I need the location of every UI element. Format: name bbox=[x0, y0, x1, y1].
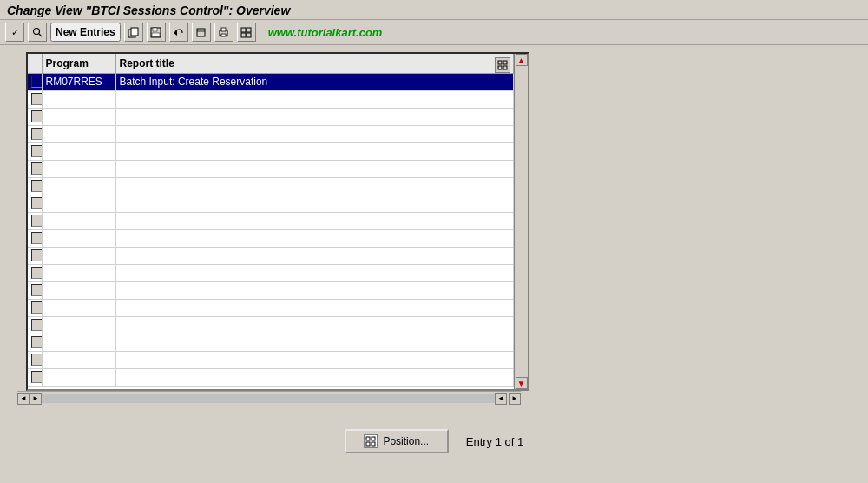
program-cell bbox=[42, 90, 115, 108]
report-title-cell[interactable]: Batch Input: Create Reservation bbox=[115, 73, 514, 90]
hscroll-right-btn[interactable]: ► bbox=[30, 393, 42, 405]
data-table: Program Report title RM07RRES Batch Inpu… bbox=[28, 54, 514, 387]
report-title-cell bbox=[115, 177, 514, 195]
report-title-cell bbox=[115, 160, 514, 177]
svg-rect-16 bbox=[247, 33, 251, 37]
svg-rect-6 bbox=[152, 33, 160, 36]
svg-rect-18 bbox=[503, 61, 507, 64]
hscroll-right2-btn[interactable]: ► bbox=[509, 393, 521, 405]
report-title-cell bbox=[115, 368, 514, 386]
report-title-cell bbox=[115, 351, 514, 368]
horizontal-scrollbar[interactable]: ◄ ► ◄ ► bbox=[17, 391, 521, 405]
svg-rect-15 bbox=[241, 33, 246, 37]
svg-point-0 bbox=[34, 29, 40, 35]
table-row bbox=[28, 351, 514, 368]
table-config-btn[interactable] bbox=[495, 57, 510, 73]
program-cell bbox=[42, 195, 115, 212]
svg-rect-11 bbox=[221, 28, 226, 31]
table-row bbox=[28, 281, 514, 299]
col-header-selector bbox=[28, 54, 42, 73]
table-row bbox=[28, 264, 514, 281]
hscroll-left-btn[interactable]: ◄ bbox=[17, 393, 30, 405]
program-cell bbox=[42, 281, 115, 299]
table-row bbox=[28, 142, 514, 160]
col-header-program: Program bbox=[42, 54, 115, 73]
toolbar-save-btn[interactable] bbox=[147, 23, 166, 42]
svg-rect-21 bbox=[366, 437, 370, 440]
report-title-cell bbox=[115, 229, 514, 247]
program-cell bbox=[42, 125, 115, 142]
entry-info-text: Entry 1 of 1 bbox=[466, 435, 523, 448]
table-row bbox=[28, 316, 514, 334]
report-title-cell bbox=[115, 212, 514, 229]
toolbar-undo-btn[interactable] bbox=[169, 23, 188, 42]
program-cell bbox=[42, 351, 115, 368]
svg-rect-3 bbox=[131, 28, 138, 36]
report-title-cell bbox=[115, 90, 514, 108]
table-row bbox=[28, 195, 514, 212]
scroll-up-btn[interactable]: ▲ bbox=[516, 54, 528, 66]
row-selector-cell[interactable] bbox=[28, 73, 42, 90]
vertical-scrollbar[interactable]: ▲ ▼ bbox=[514, 54, 528, 389]
scroll-track bbox=[516, 66, 528, 377]
svg-line-1 bbox=[39, 34, 42, 36]
report-title-cell bbox=[115, 247, 514, 264]
table-row bbox=[28, 229, 514, 247]
table-row[interactable]: RM07RRES Batch Input: Create Reservation bbox=[28, 73, 514, 90]
position-icon bbox=[364, 434, 378, 448]
toolbar-config-btn[interactable] bbox=[237, 23, 256, 42]
report-title-cell bbox=[115, 108, 514, 125]
program-cell[interactable]: RM07RRES bbox=[42, 73, 115, 90]
svg-rect-8 bbox=[197, 29, 205, 36]
program-cell bbox=[42, 334, 115, 351]
position-button[interactable]: Position... bbox=[345, 429, 449, 453]
program-cell bbox=[42, 247, 115, 264]
report-title-cell bbox=[115, 299, 514, 316]
toolbar-copy-btn[interactable] bbox=[124, 23, 143, 42]
svg-rect-20 bbox=[503, 66, 507, 69]
program-cell bbox=[42, 299, 115, 316]
table-row bbox=[28, 247, 514, 264]
table-row bbox=[28, 368, 514, 386]
report-title-cell bbox=[115, 195, 514, 212]
svg-rect-17 bbox=[498, 61, 502, 64]
program-cell bbox=[42, 264, 115, 281]
toolbar-checkmark-btn[interactable]: ✓ bbox=[5, 23, 24, 42]
program-cell bbox=[42, 108, 115, 125]
hscroll-left2-btn[interactable]: ◄ bbox=[495, 393, 507, 405]
scroll-down-btn[interactable]: ▼ bbox=[516, 377, 528, 389]
table-row bbox=[28, 334, 514, 351]
table-row bbox=[28, 212, 514, 229]
toolbar: ✓ New Entries bbox=[0, 20, 868, 45]
svg-rect-13 bbox=[241, 28, 246, 32]
page-title: Change View "BTCI Sessions Control": Ove… bbox=[7, 3, 861, 17]
program-cell bbox=[42, 212, 115, 229]
program-cell bbox=[42, 142, 115, 160]
table-row bbox=[28, 108, 514, 125]
new-entries-btn[interactable]: New Entries bbox=[50, 23, 121, 42]
svg-rect-19 bbox=[498, 66, 502, 69]
title-bar: Change View "BTCI Sessions Control": Ove… bbox=[0, 0, 868, 20]
toolbar-print-btn[interactable] bbox=[214, 23, 233, 42]
report-title-cell bbox=[115, 142, 514, 160]
svg-rect-14 bbox=[247, 28, 251, 32]
watermark-text: www.tutorialkart.com bbox=[268, 26, 383, 39]
svg-rect-12 bbox=[221, 34, 226, 36]
report-title-cell bbox=[115, 316, 514, 334]
program-cell bbox=[42, 229, 115, 247]
bottom-bar: Position... Entry 1 of 1 bbox=[0, 419, 868, 464]
data-table-container: ▲ ▼ Program Report title bbox=[26, 52, 529, 391]
position-btn-label: Position... bbox=[383, 435, 429, 447]
program-cell bbox=[42, 368, 115, 386]
hscroll-track bbox=[42, 394, 495, 403]
table-row bbox=[28, 125, 514, 142]
toolbar-move-btn[interactable] bbox=[192, 23, 211, 42]
report-title-cell bbox=[115, 264, 514, 281]
program-cell bbox=[42, 160, 115, 177]
report-title-cell bbox=[115, 281, 514, 299]
program-cell bbox=[42, 316, 115, 334]
toolbar-find-btn[interactable] bbox=[28, 23, 47, 42]
svg-rect-24 bbox=[372, 442, 375, 446]
table-row bbox=[28, 177, 514, 195]
svg-rect-5 bbox=[153, 28, 157, 31]
